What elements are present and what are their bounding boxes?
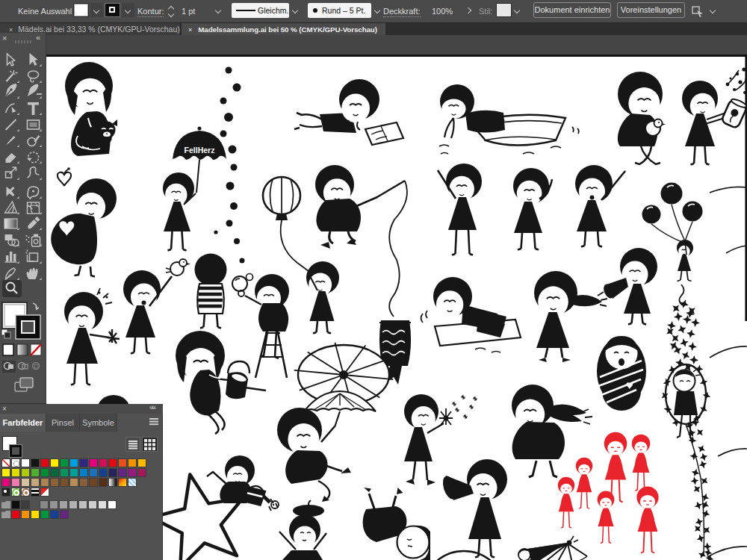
svg-text:FellHerz: FellHerz xyxy=(185,146,215,155)
